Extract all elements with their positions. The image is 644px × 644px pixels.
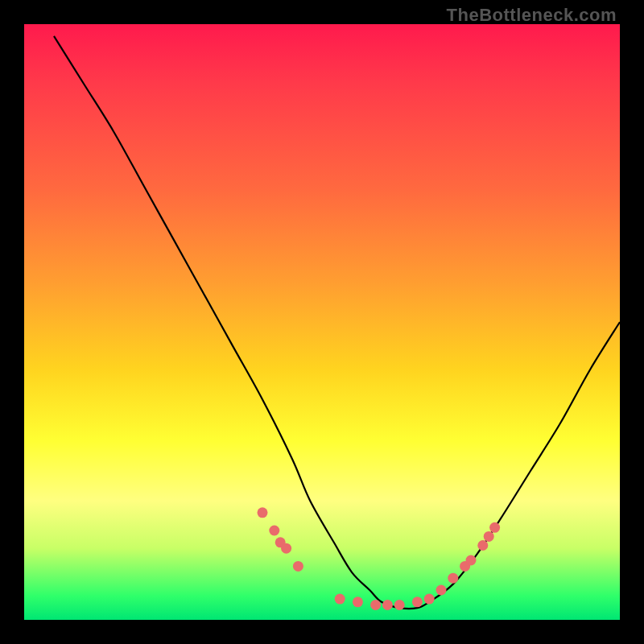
data-marker xyxy=(394,600,405,610)
data-marker xyxy=(436,585,447,596)
chart-stage: TheBottleneck.com xyxy=(0,0,644,644)
data-marker xyxy=(489,522,500,533)
data-marker xyxy=(353,597,363,607)
data-marker xyxy=(477,540,488,551)
watermark-text: TheBottleneck.com xyxy=(447,5,617,26)
markers-group xyxy=(258,507,501,610)
data-marker xyxy=(281,543,291,554)
data-marker xyxy=(258,507,268,518)
plot-area xyxy=(24,24,620,620)
chart-svg xyxy=(24,24,620,620)
data-marker xyxy=(424,594,435,605)
data-marker xyxy=(448,573,458,584)
data-marker xyxy=(382,600,393,610)
bottleneck-curve xyxy=(54,36,620,609)
data-marker xyxy=(412,597,423,607)
data-marker xyxy=(269,526,279,536)
data-marker xyxy=(335,594,345,605)
data-marker xyxy=(466,555,477,566)
data-marker xyxy=(293,561,303,572)
data-marker xyxy=(370,600,381,610)
data-marker xyxy=(484,531,494,542)
